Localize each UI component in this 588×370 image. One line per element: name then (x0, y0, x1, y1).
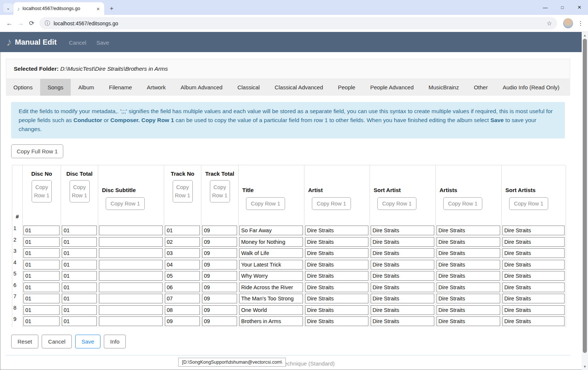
cell-track_total-input-row-6[interactable] (202, 283, 237, 292)
maximize-button[interactable]: □ (554, 0, 571, 15)
cell-sort_artists-input-row-8[interactable] (502, 305, 565, 315)
copy-row-1-title-button[interactable]: Copy Row 1 (246, 197, 285, 210)
cell-disc_subtitle-input-row-7[interactable] (99, 294, 163, 303)
tab-classical[interactable]: Classical (230, 79, 267, 96)
cell-artist-input-row-3[interactable] (305, 248, 368, 258)
cell-track_total-input-row-1[interactable] (202, 226, 237, 235)
cell-artist-input-row-5[interactable] (305, 271, 368, 281)
header-cancel-link[interactable]: Cancel (69, 39, 86, 46)
cell-artists-input-row-5[interactable] (437, 271, 500, 281)
cell-sort_artists-input-row-7[interactable] (502, 294, 565, 303)
browser-menu-icon[interactable]: ⋮ (577, 20, 584, 27)
info-button[interactable]: Info (104, 335, 126, 348)
cell-title-input-row-5[interactable] (239, 271, 303, 281)
copy-row-1-disc_total-button[interactable]: Copy Row 1 (70, 180, 90, 202)
forward-button[interactable]: → (15, 19, 26, 27)
cell-disc_no-input-row-8[interactable] (23, 305, 60, 315)
cell-sort_artist-input-row-9[interactable] (371, 316, 434, 326)
copy-row-1-artists-button[interactable]: Copy Row 1 (443, 197, 482, 210)
cell-track_total-input-row-3[interactable] (202, 248, 237, 258)
cell-artists-input-row-4[interactable] (437, 260, 500, 269)
reset-button[interactable]: Reset (11, 335, 38, 348)
minimize-button[interactable]: — (537, 0, 554, 15)
cell-artists-input-row-1[interactable] (437, 226, 500, 235)
cell-disc_no-input-row-9[interactable] (23, 316, 60, 326)
cell-sort_artist-input-row-5[interactable] (371, 271, 434, 281)
cell-track_no-input-row-4[interactable] (165, 260, 200, 269)
cell-track_total-input-row-8[interactable] (202, 305, 237, 315)
cell-track_no-input-row-2[interactable] (165, 237, 200, 247)
cell-disc_no-input-row-3[interactable] (23, 248, 60, 258)
cancel-button[interactable]: Cancel (42, 335, 72, 348)
browser-tab[interactable]: ♪ localhost:4567/editsongs.go × (13, 2, 104, 15)
tab-artwork[interactable]: Artwork (139, 79, 173, 96)
cell-track_no-input-row-1[interactable] (165, 226, 200, 235)
cell-disc_no-input-row-1[interactable] (23, 226, 60, 235)
cell-sort_artist-input-row-4[interactable] (371, 260, 434, 269)
tab-songs[interactable]: Songs (40, 79, 71, 96)
tab-options[interactable]: Options (6, 79, 40, 96)
tab-album-advanced[interactable]: Album Advanced (173, 79, 230, 96)
cell-track_no-input-row-7[interactable] (165, 294, 200, 303)
cell-artist-input-row-7[interactable] (305, 294, 368, 303)
copy-row-1-disc_no-button[interactable]: Copy Row 1 (32, 180, 52, 202)
cell-sort_artist-input-row-1[interactable] (371, 226, 434, 235)
cell-disc_total-input-row-2[interactable] (62, 237, 97, 247)
cell-artist-input-row-4[interactable] (305, 260, 368, 269)
copy-row-1-track_total-button[interactable]: Copy Row 1 (210, 180, 230, 202)
cell-disc_subtitle-input-row-8[interactable] (99, 305, 163, 315)
cell-disc_total-input-row-3[interactable] (62, 248, 97, 258)
cell-artist-input-row-9[interactable] (305, 316, 368, 326)
cell-disc_total-input-row-6[interactable] (62, 283, 97, 292)
cell-sort_artist-input-row-3[interactable] (371, 248, 434, 258)
cell-disc_total-input-row-5[interactable] (62, 271, 97, 281)
cell-title-input-row-7[interactable] (239, 294, 303, 303)
bookmark-star-icon[interactable]: ☆ (547, 20, 552, 27)
address-bar[interactable]: ⓘ localhost:4567/editsongs.go ☆ (39, 17, 557, 29)
cell-artists-input-row-8[interactable] (437, 305, 500, 315)
copy-row-1-disc_subtitle-button[interactable]: Copy Row 1 (106, 197, 145, 210)
scroll-up-icon[interactable]: ▲ (582, 34, 588, 37)
tab-classical-advanced[interactable]: Classical Advanced (267, 79, 330, 96)
cell-track_total-input-row-5[interactable] (202, 271, 237, 281)
cell-track_no-input-row-8[interactable] (165, 305, 200, 315)
reload-button[interactable]: ⟳ (26, 19, 37, 27)
cell-track_total-input-row-7[interactable] (202, 294, 237, 303)
copy-row-1-sort_artist-button[interactable]: Copy Row 1 (377, 197, 416, 210)
cell-title-input-row-6[interactable] (239, 283, 303, 292)
cell-disc_subtitle-input-row-9[interactable] (99, 316, 163, 326)
cell-artist-input-row-2[interactable] (305, 237, 368, 247)
cell-title-input-row-1[interactable] (239, 226, 303, 235)
cell-artists-input-row-7[interactable] (437, 294, 500, 303)
cell-track_total-input-row-2[interactable] (202, 237, 237, 247)
cell-title-input-row-2[interactable] (239, 237, 303, 247)
new-tab-button[interactable]: + (107, 4, 116, 13)
tab-people[interactable]: People (330, 79, 363, 96)
cell-artists-input-row-9[interactable] (437, 316, 500, 326)
cell-disc_no-input-row-6[interactable] (23, 283, 60, 292)
tab-audio-info-read-only[interactable]: Audio Info (Read Only) (495, 79, 567, 96)
cell-sort_artist-input-row-7[interactable] (371, 294, 434, 303)
cell-sort_artist-input-row-6[interactable] (371, 283, 434, 292)
cell-sort_artists-input-row-3[interactable] (502, 248, 565, 258)
tab-list-chevron-button[interactable]: ⌄ (3, 3, 13, 12)
cell-sort_artists-input-row-5[interactable] (502, 271, 565, 281)
cell-disc_total-input-row-7[interactable] (62, 294, 97, 303)
cell-track_total-input-row-9[interactable] (202, 316, 237, 326)
cell-track_no-input-row-5[interactable] (165, 271, 200, 281)
cell-artist-input-row-1[interactable] (305, 226, 368, 235)
cell-disc_subtitle-input-row-3[interactable] (99, 248, 163, 258)
profile-avatar[interactable] (563, 18, 573, 28)
cell-disc_total-input-row-9[interactable] (62, 316, 97, 326)
cell-track_no-input-row-6[interactable] (165, 283, 200, 292)
cell-sort_artists-input-row-4[interactable] (502, 260, 565, 269)
header-save-link[interactable]: Save (96, 39, 109, 46)
save-button[interactable]: Save (75, 335, 100, 348)
cell-disc_no-input-row-4[interactable] (23, 260, 60, 269)
cell-disc_total-input-row-8[interactable] (62, 305, 97, 315)
cell-sort_artist-input-row-8[interactable] (371, 305, 434, 315)
cell-sort_artist-input-row-2[interactable] (371, 237, 434, 247)
copy-row-1-track_no-button[interactable]: Copy Row 1 (173, 180, 193, 202)
cell-disc_subtitle-input-row-5[interactable] (99, 271, 163, 281)
tab-close-icon[interactable]: × (95, 6, 101, 12)
